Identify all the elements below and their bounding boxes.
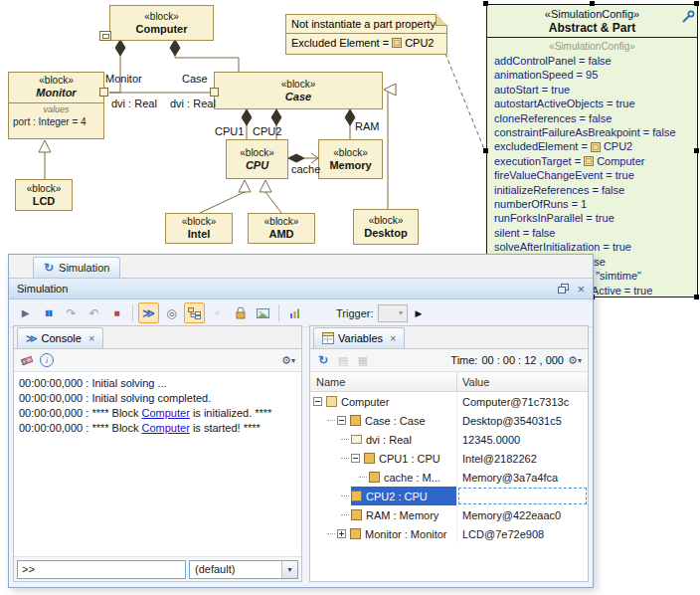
block-amd[interactable]: «block» AMD <box>248 213 315 244</box>
block-memory[interactable]: «block» Memory <box>318 139 383 179</box>
tree-guide <box>359 477 367 479</box>
auto-open-diagrams-toggle[interactable] <box>184 302 205 323</box>
generalization-amd-cpu[interactable] <box>265 192 281 213</box>
generalization-intel-cpu[interactable] <box>200 192 245 213</box>
note-excl-value: CPU2 <box>405 37 434 49</box>
block-computer[interactable]: «block» Computer <box>109 5 214 41</box>
table-row[interactable]: dvi : Real 12345.0000 <box>310 430 588 449</box>
selection-handle[interactable] <box>483 1 488 6</box>
window-title-bar[interactable]: Simulation × <box>9 279 593 299</box>
role-label-cpu2: CPU2 <box>253 125 281 137</box>
block-cpu[interactable]: «block» CPU <box>226 139 288 179</box>
selection-handle[interactable] <box>694 295 699 299</box>
selection-handle[interactable] <box>694 1 699 6</box>
table-row-selected[interactable]: CPU2 : CPU <box>310 487 588 505</box>
block-lcd[interactable]: «block» LCD <box>15 179 73 211</box>
role-label-monitor: Monitor <box>105 73 142 85</box>
port-dvi-case[interactable] <box>210 88 219 97</box>
collapse-icon[interactable] <box>313 397 322 406</box>
console-options-button[interactable]: ⚙ ▾ <box>279 351 297 369</box>
selection-handle[interactable] <box>694 148 699 153</box>
note-excl-label: Excluded Element = <box>291 37 389 49</box>
block-name: CPU <box>227 159 287 172</box>
selection-handle[interactable] <box>483 148 488 153</box>
restore-window-button[interactable] <box>558 284 569 294</box>
application-canvas: «block» Computer «block» Monitor values … <box>0 0 700 595</box>
block-desktop[interactable]: «block» Desktop <box>353 209 419 245</box>
column-header-value[interactable]: Value <box>457 372 588 391</box>
variables-table: Computer Computer@71c7313c Case : Case D… <box>310 392 588 581</box>
note-fold-corner <box>436 14 447 26</box>
table-row[interactable]: Case : Case Desktop@354031c5 <box>310 411 588 430</box>
console-input[interactable]: >> <box>17 560 186 579</box>
block-case[interactable]: «block» Case <box>214 72 383 109</box>
row-value: Memory@422eaac0 <box>457 505 588 524</box>
element-link[interactable]: Computer <box>142 407 190 419</box>
step-over-button[interactable]: ↶ <box>84 302 104 323</box>
selection-handle[interactable] <box>590 1 595 6</box>
breakpoint-button[interactable]: ○ <box>207 302 228 323</box>
variables-options-button[interactable]: ⚙ ▾ <box>566 351 584 369</box>
table-row[interactable]: RAM : Memory Memory@422eaac0 <box>310 505 588 524</box>
collapse-icon[interactable] <box>337 416 346 425</box>
wrench-icon <box>681 10 695 24</box>
tab-simulation[interactable]: ↻ Simulation <box>33 257 120 278</box>
port-label-dvi-case: dvi : Real <box>170 98 216 109</box>
note-excluded-element[interactable]: Not instantiate a part property Excluded… <box>285 14 447 55</box>
tree-guide <box>327 420 335 422</box>
time-value: 00 : 00 : 12 , 000 <box>481 354 564 366</box>
close-tab-icon[interactable]: × <box>88 332 94 344</box>
refresh-button[interactable]: ↻ <box>314 351 332 369</box>
lock-ui-button[interactable] <box>230 302 251 323</box>
collapse-icon[interactable] <box>351 454 360 463</box>
row-name: cache : M... <box>384 472 440 484</box>
close-tab-icon[interactable]: × <box>390 332 396 344</box>
export-chart-button[interactable] <box>284 302 305 323</box>
config-property: solveAfterInitialization = true <box>494 240 697 254</box>
close-window-button[interactable]: × <box>577 283 585 296</box>
console-icon: ≫ <box>26 332 38 345</box>
console-input-row: >> (default) ▼ <box>14 556 301 581</box>
column-header-name[interactable]: Name <box>310 372 457 391</box>
step-into-button[interactable]: ↷ <box>61 302 82 323</box>
value-edit-field[interactable] <box>458 488 587 504</box>
tab-console[interactable]: ≫ Console × <box>17 327 103 348</box>
console-context-select[interactable]: (default) ▼ <box>189 560 298 579</box>
table-row[interactable]: Computer Computer@71c7313c <box>310 392 588 411</box>
part-icon <box>591 142 601 152</box>
clear-console-button[interactable] <box>18 351 36 369</box>
snapshot-button[interactable] <box>253 302 273 323</box>
association-computer-case[interactable] <box>175 41 239 72</box>
terminate-button[interactable]: ■ <box>106 302 127 323</box>
block-monitor[interactable]: «block» Monitor values port : Integer = … <box>8 72 104 139</box>
toolbar-separator <box>278 304 279 321</box>
part-icon <box>364 453 375 464</box>
block-intel[interactable]: «block» Intel <box>165 213 233 244</box>
tab-label: Simulation <box>59 262 109 274</box>
port-dvi-monitor[interactable] <box>99 88 108 97</box>
generalization-desktop-case[interactable] <box>388 90 396 209</box>
expand-icon[interactable] <box>337 529 346 538</box>
config-property: cloneReferences = false <box>494 111 697 125</box>
tab-label: Console <box>42 332 82 344</box>
tab-variables[interactable]: Variables × <box>313 327 405 348</box>
save-snapshot-button[interactable]: ▤ <box>334 351 352 369</box>
table-row[interactable]: Monitor : Monitor LCD@7e72e908 <box>310 524 588 543</box>
pause-button[interactable]: ▮▮ <box>38 302 59 323</box>
trigger-select[interactable]: ▼ <box>378 304 408 322</box>
table-row[interactable]: CPU1 : CPU Intel@2182262 <box>310 449 588 468</box>
role-label-ram: RAM <box>355 120 379 132</box>
run-button[interactable]: ▶ <box>15 302 36 323</box>
trigger-label: Trigger: <box>336 307 374 319</box>
info-button[interactable]: i <box>38 351 56 369</box>
window-tab-strip: ↻ Simulation <box>9 255 593 279</box>
toolbar-overflow-button[interactable]: ▶ <box>416 308 423 318</box>
tree-guide <box>327 533 335 535</box>
element-link[interactable]: Computer <box>142 422 190 434</box>
note-anchor-line[interactable] <box>445 54 484 149</box>
animation-target-button[interactable]: ◎ <box>161 302 182 323</box>
run-fast-toggle[interactable]: ≫ <box>138 302 159 323</box>
config-property: autoStart = true <box>494 83 697 97</box>
export-button[interactable]: ▦ <box>354 351 372 369</box>
table-row[interactable]: cache : M... Memory@3a7a4fca <box>310 468 588 487</box>
